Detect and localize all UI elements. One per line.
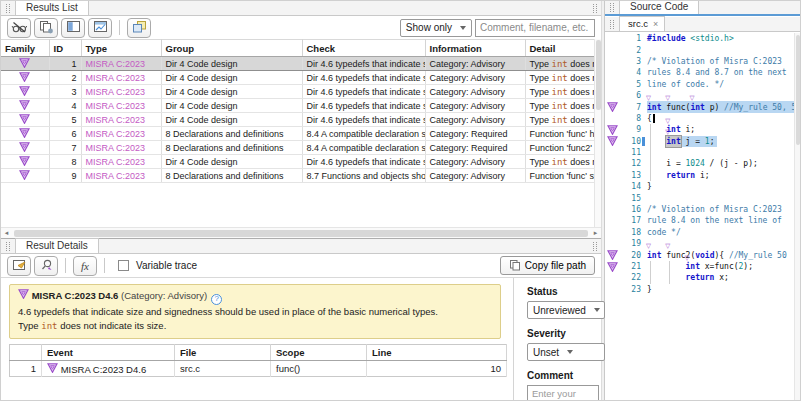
finding-title: MISRA C:2023 D4.6: [32, 290, 119, 301]
panel-menu-handle[interactable]: [593, 4, 597, 13]
cell-check: 8.7 Functions and objects should n...: [302, 169, 425, 183]
help-icon[interactable]: ?: [211, 294, 222, 305]
variable-trace-checkbox[interactable]: [118, 260, 129, 271]
violation-token[interactable]: int▽: [690, 102, 704, 113]
cell-type: MISRA C:2023: [81, 99, 161, 113]
column-header-detail[interactable]: Detail: [525, 40, 594, 57]
result-row[interactable]: 6MISRA C:20238 Declarations and definiti…: [1, 127, 594, 141]
code-line[interactable]: 22 return x;: [605, 272, 794, 283]
code-line[interactable]: 9 int▽ i;: [605, 124, 794, 135]
gutter-violation-icon[interactable]: [605, 136, 620, 146]
code-line[interactable]: 7int▽ func▽(int▽ p) //My_rule 50, 51: [605, 101, 794, 112]
results-vertical-scrollbar[interactable]: [594, 39, 601, 227]
code-line[interactable]: 8{: [605, 113, 794, 124]
code-line[interactable]: 21 int▽ x=func(2);: [605, 261, 794, 272]
new-window-button[interactable]: [127, 18, 151, 38]
status-dropdown[interactable]: Unreviewed: [527, 301, 605, 319]
file-tab-src-c[interactable]: src.c ×: [619, 16, 665, 31]
scroll-right-arrow[interactable]: ▸: [590, 228, 601, 238]
gutter-violation-icon[interactable]: [605, 250, 620, 260]
misra-family-icon: [18, 290, 29, 301]
comment-textarea[interactable]: [527, 385, 599, 401]
panel-drag-handle[interactable]: [6, 4, 10, 13]
violation-token[interactable]: int▽: [647, 250, 661, 261]
code-line[interactable]: 15: [605, 192, 794, 203]
code-token: / (j - p);: [705, 158, 758, 169]
event-column-header-scope[interactable]: Scope: [271, 345, 367, 361]
code-line[interactable]: 10 int▽ j = 1;: [605, 136, 794, 147]
hide-results-button[interactable]: [7, 18, 31, 38]
event-column-header-line[interactable]: Line: [367, 345, 507, 361]
tab-results-list[interactable]: Results List: [15, 0, 89, 15]
fx-icon: fx: [81, 260, 89, 272]
cell-group: Dir 4 Code design: [161, 113, 302, 127]
violation-token[interactable]: int▽: [666, 136, 680, 147]
tab-source-code[interactable]: Source Code: [619, 0, 699, 14]
code-line[interactable]: 20int▽ func2▽(void){ //My_rule 50: [605, 249, 794, 260]
violation-token[interactable]: int▽: [647, 102, 661, 113]
code-line[interactable]: 16/* Violation of Misra C:2023: [605, 204, 794, 215]
panel-layout-icon: [66, 20, 81, 35]
code-line[interactable]: 13 return i;: [605, 170, 794, 181]
gutter-violation-icon[interactable]: [605, 125, 620, 135]
violation-token[interactable]: func▽: [666, 102, 685, 113]
close-icon[interactable]: ×: [653, 19, 658, 29]
results-search-input[interactable]: [475, 19, 595, 37]
column-header-id[interactable]: ID: [49, 40, 81, 57]
column-header-family[interactable]: Family: [1, 40, 49, 57]
tab-result-details[interactable]: Result Details: [15, 238, 99, 253]
results-horizontal-scrollbar[interactable]: ◂ ▸: [1, 227, 601, 238]
scrollbar-thumb[interactable]: [14, 230, 588, 237]
violation-token[interactable]: int▽: [686, 261, 700, 272]
locate-result-button[interactable]: [34, 256, 58, 276]
gutter-violation-icon[interactable]: [605, 102, 620, 112]
code-line[interactable]: 1#include <stdio.h>: [605, 33, 794, 44]
panel-drag-handle[interactable]: [610, 20, 614, 29]
code-line[interactable]: 23}: [605, 284, 794, 295]
result-row[interactable]: 7MISRA C:20238 Declarations and definiti…: [1, 141, 594, 155]
open-result-button[interactable]: [7, 256, 31, 276]
code-line[interactable]: 11: [605, 147, 794, 158]
event-column-header-event[interactable]: Event: [42, 345, 175, 361]
scrollbar-thumb[interactable]: [796, 35, 800, 145]
event-row[interactable]: 1 MISRA C:2023 D4.6src.cfunc()10: [10, 361, 507, 377]
result-row[interactable]: 9MISRA C:20238 Declarations and definiti…: [1, 169, 594, 183]
panel-drag-handle[interactable]: [610, 3, 614, 12]
panel-drag-handle[interactable]: [6, 242, 10, 251]
result-row[interactable]: 4MISRA C:2023Dir 4 Code designDir 4.6 ty…: [1, 99, 594, 113]
layout-button[interactable]: [61, 18, 85, 38]
code-line[interactable]: 18code */: [605, 227, 794, 238]
gutter-violation-icon[interactable]: [605, 262, 620, 272]
copy-results-button[interactable]: [34, 18, 58, 38]
code-line[interactable]: 6: [605, 90, 794, 101]
column-header-information[interactable]: Information: [425, 40, 525, 57]
event-column-header-file[interactable]: File: [175, 345, 271, 361]
code-line[interactable]: 4rules 8.4 and 8.7 on the next: [605, 67, 794, 78]
scroll-left-arrow[interactable]: ◂: [1, 228, 12, 238]
severity-dropdown[interactable]: Unset: [527, 343, 605, 361]
show-only-dropdown[interactable]: Show only: [400, 19, 472, 37]
code-line[interactable]: 17rule 8.4 on the next line of: [605, 215, 794, 226]
copy-file-path-button[interactable]: Copy file path: [500, 256, 595, 275]
result-row[interactable]: 2MISRA C:2023Dir 4 Code designDir 4.6 ty…: [1, 71, 594, 85]
expression-button[interactable]: fx: [73, 256, 97, 276]
code-line[interactable]: 5line of code. */: [605, 79, 794, 90]
result-row[interactable]: 8MISRA C:2023Dir 4 Code designDir 4.6 ty…: [1, 155, 594, 169]
column-header-group[interactable]: Group: [161, 40, 302, 57]
code-line[interactable]: 12 i = 1024 / (j - p);: [605, 158, 794, 169]
cell-group: 8 Declarations and definitions: [161, 127, 302, 141]
column-header-check[interactable]: Check: [302, 40, 425, 57]
code-line[interactable]: 2: [605, 44, 794, 55]
finding-detail-code: int: [41, 321, 57, 331]
column-header-type[interactable]: Type: [81, 40, 161, 57]
result-row[interactable]: 1MISRA C:2023Dir 4 Code designDir 4.6 ty…: [1, 57, 594, 71]
source-vertical-scrollbar[interactable]: [794, 33, 800, 400]
code-line[interactable]: 19: [605, 238, 794, 249]
result-row[interactable]: 5MISRA C:2023Dir 4 Code designDir 4.6 ty…: [1, 113, 594, 127]
panel-menu-handle[interactable]: [593, 242, 597, 251]
report-button[interactable]: [88, 18, 112, 38]
code-line[interactable]: 3/* Violation of Misra C:2023: [605, 56, 794, 67]
scrollbar-thumb[interactable]: [596, 40, 601, 110]
code-line[interactable]: 14}: [605, 181, 794, 192]
result-row[interactable]: 3MISRA C:2023Dir 4 Code designDir 4.6 ty…: [1, 85, 594, 99]
